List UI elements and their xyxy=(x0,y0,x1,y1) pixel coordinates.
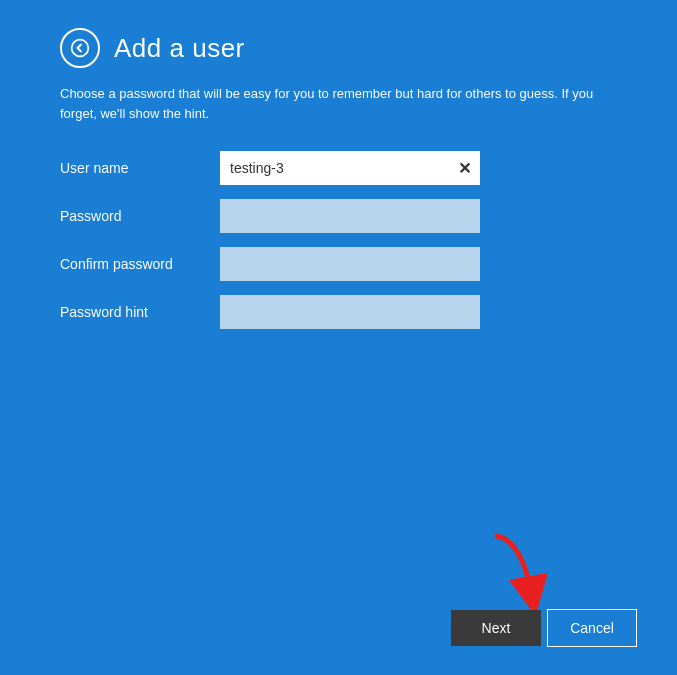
user-form: User name ✕ Password Confirm password Pa… xyxy=(60,151,617,343)
confirm-password-input-wrapper xyxy=(220,247,480,281)
header: Add a user xyxy=(60,28,617,68)
username-input[interactable] xyxy=(220,151,480,185)
password-input[interactable] xyxy=(220,199,480,233)
username-label: User name xyxy=(60,160,220,176)
username-clear-button[interactable]: ✕ xyxy=(454,158,474,178)
password-row: Password xyxy=(60,199,617,233)
confirm-password-input[interactable] xyxy=(220,247,480,281)
footer-buttons: Next Cancel xyxy=(451,609,637,647)
main-container: Add a user Choose a password that will b… xyxy=(0,0,677,675)
password-hint-input-wrapper xyxy=(220,295,480,329)
svg-point-0 xyxy=(72,40,89,57)
username-input-wrapper: ✕ xyxy=(220,151,480,185)
password-hint-input[interactable] xyxy=(220,295,480,329)
password-hint-label: Password hint xyxy=(60,304,220,320)
next-button[interactable]: Next xyxy=(451,610,541,646)
subtitle-text: Choose a password that will be easy for … xyxy=(60,84,617,123)
cancel-button[interactable]: Cancel xyxy=(547,609,637,647)
password-label: Password xyxy=(60,208,220,224)
password-input-wrapper xyxy=(220,199,480,233)
password-hint-row: Password hint xyxy=(60,295,617,329)
back-icon xyxy=(70,38,90,58)
confirm-password-label: Confirm password xyxy=(60,256,220,272)
confirm-password-row: Confirm password xyxy=(60,247,617,281)
username-row: User name ✕ xyxy=(60,151,617,185)
page-title: Add a user xyxy=(114,33,245,64)
back-button[interactable] xyxy=(60,28,100,68)
